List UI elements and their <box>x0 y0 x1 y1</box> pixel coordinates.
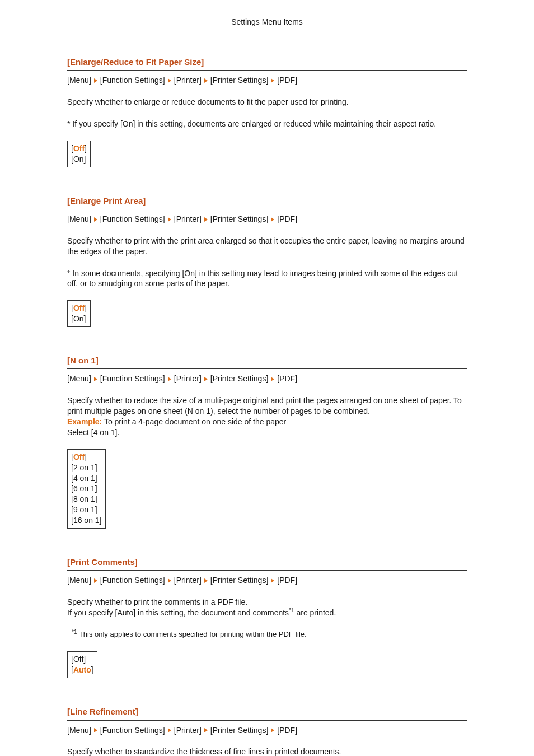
options-box: [Off] [On] <box>67 141 91 167</box>
breadcrumb-item: [Printer Settings] <box>210 374 269 383</box>
chevron-right-icon <box>94 377 97 381</box>
section-print-comments: [Print Comments] [Menu][Function Setting… <box>67 557 467 689</box>
chevron-right-icon <box>94 578 97 583</box>
breadcrumb-item: [Function Settings] <box>100 726 165 735</box>
chevron-right-icon <box>271 728 274 732</box>
description-text: Specify whether to reduce the size of a … <box>67 395 467 417</box>
breadcrumb-item: [PDF] <box>277 374 297 383</box>
description-text: Specify whether to standardize the thick… <box>67 746 467 756</box>
breadcrumb-item: [Printer Settings] <box>210 76 269 85</box>
breadcrumb-item: [Function Settings] <box>100 214 165 223</box>
breadcrumb-item: [Printer] <box>174 726 202 735</box>
breadcrumb-item: [Printer Settings] <box>210 576 269 585</box>
option-item: [4 on 1] <box>71 473 102 484</box>
option-item: [6 on 1] <box>71 483 102 494</box>
breadcrumb-item: [PDF] <box>277 214 297 223</box>
description-text: Specify whether to print the comments in… <box>67 597 467 618</box>
chevron-right-icon <box>204 728 208 732</box>
description-text: Specify whether to enlarge or reduce doc… <box>67 97 467 108</box>
chevron-right-icon <box>168 377 171 381</box>
breadcrumb-item: [Function Settings] <box>100 374 165 383</box>
chevron-right-icon <box>204 578 208 583</box>
chevron-right-icon <box>168 728 171 732</box>
chevron-right-icon <box>271 377 274 381</box>
option-item: [Auto] <box>71 665 93 675</box>
chevron-right-icon <box>271 217 274 222</box>
section-enlarge-print-area: [Enlarge Print Area] [Menu][Function Set… <box>67 195 467 338</box>
section-title: [Enlarge/Reduce to Fit Paper Size] <box>67 57 467 71</box>
section-n-on-1: [N on 1] [Menu][Function Settings][Print… <box>67 355 467 540</box>
section-line-refinement: [Line Refinement] [Menu][Function Settin… <box>67 706 467 756</box>
chevron-right-icon <box>168 78 171 83</box>
option-item: [8 on 1] <box>71 494 102 505</box>
chevron-right-icon <box>168 578 171 583</box>
section-title: [Enlarge Print Area] <box>67 195 467 209</box>
option-item: [Off] <box>71 143 87 154</box>
breadcrumb-item: [PDF] <box>277 726 297 735</box>
breadcrumb-item: [Menu] <box>67 214 91 223</box>
description-text: Specify whether to print with the print … <box>67 236 467 257</box>
section-title: [Line Refinement] <box>67 706 467 720</box>
breadcrumb: [Menu][Function Settings][Printer][Print… <box>67 575 467 586</box>
chevron-right-icon <box>168 217 171 222</box>
breadcrumb: [Menu][Function Settings][Printer][Print… <box>67 75 467 86</box>
breadcrumb-item: [Printer] <box>174 374 202 383</box>
chevron-right-icon <box>204 217 208 222</box>
breadcrumb-item: [Menu] <box>67 726 91 735</box>
chevron-right-icon <box>94 217 97 222</box>
breadcrumb: [Menu][Function Settings][Printer][Print… <box>67 725 467 736</box>
chevron-right-icon <box>271 578 274 583</box>
option-item: [On] <box>71 154 87 165</box>
option-item: [16 on 1] <box>71 515 102 526</box>
breadcrumb: [Menu][Function Settings][Printer][Print… <box>67 374 467 384</box>
instruction-text: Select [4 on 1]. <box>67 427 467 438</box>
breadcrumb-item: [Printer] <box>174 76 202 85</box>
section-title: [Print Comments] <box>67 557 467 571</box>
note-text: * In some documents, specifying [On] in … <box>67 268 467 290</box>
chevron-right-icon <box>271 78 274 83</box>
breadcrumb-item: [Printer] <box>174 214 202 223</box>
breadcrumb-item: [PDF] <box>277 576 297 585</box>
option-item: [Off] <box>71 654 93 665</box>
page-header: Settings Menu Items <box>67 17 467 27</box>
breadcrumb-item: [Printer Settings] <box>210 214 269 223</box>
section-enlarge-reduce: [Enlarge/Reduce to Fit Paper Size] [Menu… <box>67 57 467 179</box>
chevron-right-icon <box>94 728 97 732</box>
breadcrumb-item: [Menu] <box>67 374 91 383</box>
note-text: * If you specify [On] in this setting, d… <box>67 119 467 129</box>
option-item: [On] <box>71 314 87 324</box>
chevron-right-icon <box>204 78 208 83</box>
breadcrumb: [Menu][Function Settings][Printer][Print… <box>67 214 467 225</box>
breadcrumb-item: [Printer Settings] <box>210 726 269 735</box>
breadcrumb-item: [Printer] <box>174 576 202 585</box>
breadcrumb-item: [Function Settings] <box>100 576 165 585</box>
breadcrumb-item: [Function Settings] <box>100 76 165 85</box>
breadcrumb-item: [PDF] <box>277 76 297 85</box>
footnote-text: *1 This only applies to comments specifi… <box>72 629 467 640</box>
option-item: [Off] <box>71 303 87 314</box>
option-item: [9 on 1] <box>71 505 102 515</box>
chevron-right-icon <box>94 78 97 83</box>
breadcrumb-item: [Menu] <box>67 76 91 85</box>
section-title: [N on 1] <box>67 355 467 369</box>
option-item: [2 on 1] <box>71 463 102 473</box>
options-box: [Off] [On] <box>67 300 91 327</box>
chevron-right-icon <box>204 377 208 381</box>
options-box: [Off] [2 on 1] [4 on 1] [6 on 1] [8 on 1… <box>67 449 106 529</box>
options-box: [Off] [Auto] <box>67 651 97 678</box>
example-text: Example: To print a 4-page document on o… <box>67 417 467 427</box>
option-item: [Off] <box>71 452 102 463</box>
breadcrumb-item: [Menu] <box>67 576 91 585</box>
